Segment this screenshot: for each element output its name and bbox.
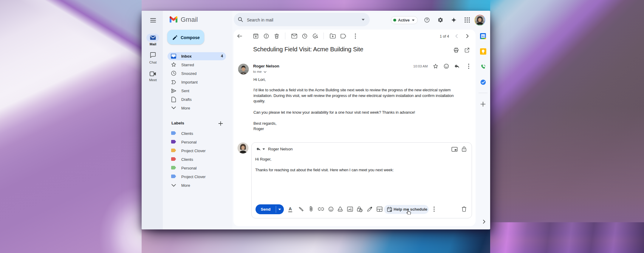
svg-text:31: 31 <box>482 35 485 38</box>
